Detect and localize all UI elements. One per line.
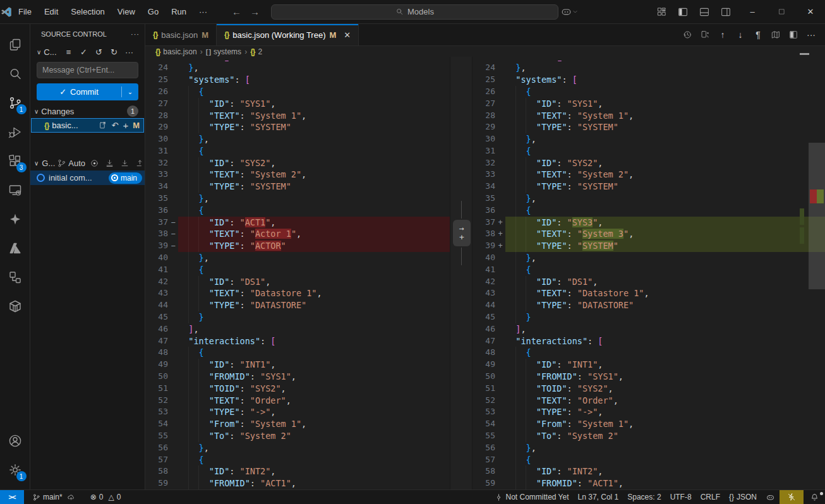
line-number[interactable]: 35 <box>145 193 168 205</box>
settings-gear-icon[interactable]: 1 <box>1 455 29 484</box>
code-line[interactable]: 55 "To": "System 2" <box>473 430 825 442</box>
open-file-icon[interactable] <box>99 121 107 129</box>
line-number[interactable]: 55 <box>145 430 168 442</box>
code-line[interactable]: 50 "FROMID": "SYS1", <box>145 371 450 383</box>
revert-change-arrow-icon[interactable]: → <box>459 224 464 233</box>
lightning-off-status-icon[interactable] <box>780 490 804 504</box>
toggle-secondary-sidebar-icon[interactable] <box>716 4 735 20</box>
code-line[interactable]: 38− "TEXT": "Actor 1", <box>145 228 450 240</box>
line-number[interactable]: 40 <box>473 252 495 264</box>
repo-chevron-icon[interactable]: ∨ <box>37 49 41 56</box>
code-line[interactable]: 34 "TYPE": "SYSTEM" <box>473 181 825 193</box>
breadcrumb-file[interactable]: basic.json <box>163 47 196 56</box>
line-number[interactable]: 50 <box>145 371 168 383</box>
line-number[interactable]: 44 <box>473 299 495 311</box>
code-line[interactable]: 58 "ID": "INT2", <box>473 465 825 477</box>
line-number[interactable]: 26 <box>473 86 495 98</box>
line-number[interactable]: 37 <box>145 217 168 229</box>
code-line[interactable]: 30 }, <box>473 133 825 145</box>
stage-changes-icon[interactable]: + <box>123 120 128 131</box>
previous-change-icon[interactable]: ↑ <box>714 27 732 43</box>
line-number[interactable]: 44 <box>145 299 168 311</box>
line-number[interactable]: 30 <box>145 133 168 145</box>
repo-label[interactable]: C... <box>44 47 56 57</box>
changed-file-row[interactable]: {} basic... ↶ + M <box>31 118 144 133</box>
account-icon[interactable] <box>1 426 29 455</box>
copilot-icon[interactable] <box>558 4 580 20</box>
line-number[interactable]: 32 <box>145 157 168 169</box>
encoding-item[interactable]: UTF-8 <box>666 490 696 504</box>
forward-arrow-icon[interactable]: → <box>250 6 260 17</box>
container-icon[interactable] <box>1 292 29 321</box>
customize-layout-icon[interactable] <box>652 4 671 20</box>
code-line[interactable]: 57 { <box>145 454 450 466</box>
scrollbar-slider[interactable] <box>809 143 825 289</box>
line-number[interactable]: 49 <box>145 359 168 371</box>
split-editor-icon[interactable] <box>785 27 802 43</box>
line-number[interactable]: 46 <box>473 323 495 335</box>
line-number[interactable]: 28 <box>145 110 168 122</box>
code-line[interactable]: 57 { <box>473 454 825 466</box>
line-number[interactable]: 52 <box>473 395 495 407</box>
line-number[interactable]: 45 <box>473 311 495 323</box>
code-line[interactable]: 35 }, <box>145 193 450 205</box>
notifications-bell-icon[interactable] <box>804 490 825 504</box>
remote-explorer-icon[interactable] <box>1 176 29 205</box>
breadcrumb-array[interactable]: systems <box>214 47 241 56</box>
repo-more-actions-icon[interactable]: ··· <box>123 45 136 58</box>
line-number[interactable]: 39 <box>145 240 168 252</box>
line-number[interactable]: 36 <box>473 205 495 217</box>
code-line[interactable]: 26 { <box>145 86 450 98</box>
code-line[interactable]: 33 "TEXT": "System 2", <box>145 169 450 181</box>
problems-status-item[interactable]: ⊗ 0 △ 0 <box>86 490 126 504</box>
code-line[interactable]: 43 "TEXT": "Datastore 1", <box>473 287 825 299</box>
diff-action-widget[interactable]: → + <box>453 220 471 246</box>
next-change-icon[interactable]: ↓ <box>732 27 749 43</box>
line-number[interactable]: 38 <box>473 228 495 240</box>
minimize-button[interactable]: – <box>738 1 767 23</box>
line-number[interactable]: 42 <box>145 276 168 288</box>
line-number[interactable]: 25 <box>145 74 168 86</box>
code-line[interactable]: 38+ "TEXT": "System 3", <box>473 228 825 240</box>
code-line[interactable]: 59 "FROMID": "ACT1", <box>145 477 450 489</box>
code-line[interactable]: 28 "TEXT": "System 1", <box>473 110 825 122</box>
tab-basic-json[interactable]: {} basic.json M <box>145 24 217 45</box>
code-line[interactable]: 32 "ID": "SYS2", <box>473 157 825 169</box>
code-line[interactable]: 34 "TYPE": "SYSTEM" <box>145 181 450 193</box>
code-line[interactable]: 25 "systems": [ <box>473 74 825 86</box>
commit-dropdown-button[interactable]: ⌄ <box>122 83 138 100</box>
remote-indicator[interactable]: >< <box>0 490 24 504</box>
copilot-status-icon[interactable] <box>761 490 780 504</box>
line-number[interactable]: 43 <box>473 287 495 299</box>
code-line[interactable]: 48 { <box>473 347 825 359</box>
code-line[interactable]: 25 "systems": [ <box>145 74 450 86</box>
line-number[interactable]: 31 <box>473 145 495 157</box>
code-line[interactable]: 44 "TYPE": "DATASTORE" <box>473 299 825 311</box>
code-line[interactable]: 47 "interactions": [ <box>473 335 825 347</box>
commit-check-icon[interactable]: ✓ <box>77 45 91 58</box>
code-line[interactable]: 42 "ID": "DS1", <box>473 276 825 288</box>
line-number[interactable]: 34 <box>145 181 168 193</box>
code-line[interactable]: 36 { <box>473 205 825 217</box>
history-icon[interactable]: ↺ <box>92 45 106 58</box>
eol-item[interactable]: CRLF <box>696 490 725 504</box>
open-changes-icon[interactable] <box>696 27 714 43</box>
language-mode-item[interactable]: {} JSON <box>725 490 761 504</box>
line-number[interactable]: 25 <box>473 74 495 86</box>
code-line[interactable]: 31 { <box>473 145 825 157</box>
code-line[interactable]: 54 "From": "System 1", <box>145 418 450 430</box>
command-center-search[interactable]: Models <box>271 4 558 20</box>
code-line[interactable]: 32 "ID": "SYS2", <box>145 157 450 169</box>
code-line[interactable]: 49 "ID": "INT1", <box>145 359 450 371</box>
line-number[interactable]: 54 <box>473 418 495 430</box>
line-number[interactable]: 58 <box>145 465 168 477</box>
line-number[interactable]: 24 <box>473 62 495 74</box>
code-line[interactable]: 37− "ID": "ACT1", <box>145 217 450 229</box>
code-line[interactable]: 46 ], <box>145 323 450 335</box>
code-line[interactable]: 53 "TYPE": "->", <box>145 406 450 418</box>
chat-sparkle-icon[interactable] <box>1 205 29 234</box>
line-number[interactable]: 40 <box>145 252 168 264</box>
line-number[interactable]: 36 <box>145 205 168 217</box>
source-control-icon[interactable]: 1 <box>1 88 29 117</box>
run-debug-icon[interactable] <box>1 117 29 147</box>
